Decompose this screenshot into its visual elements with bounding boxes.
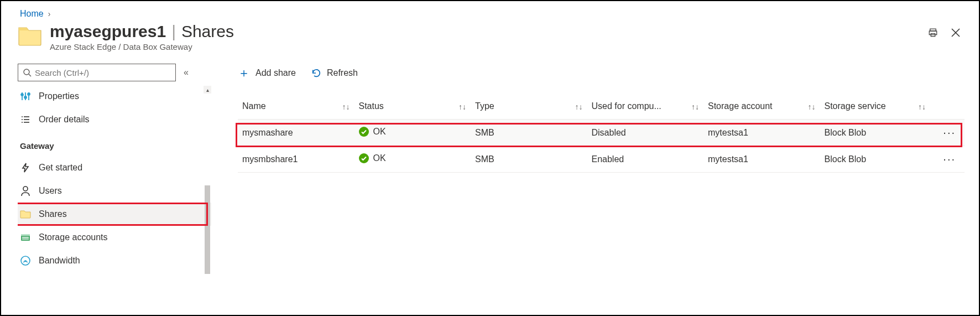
sort-icon: ↑↓ — [691, 102, 699, 111]
cell-used: Enabled — [587, 146, 704, 173]
svg-rect-22 — [22, 237, 29, 238]
page-title-section: Shares — [181, 22, 234, 41]
add-share-button[interactable]: ＋ Add share — [238, 65, 296, 81]
search-input[interactable] — [35, 68, 171, 77]
svg-rect-21 — [21, 234, 30, 236]
breadcrumb-home[interactable]: Home — [20, 9, 44, 19]
sidebar-item-label: Order details — [39, 115, 90, 125]
svg-point-11 — [24, 96, 27, 99]
search-icon — [23, 68, 32, 77]
sort-icon: ↑↓ — [808, 102, 816, 111]
svg-point-25 — [359, 127, 369, 137]
column-header-type[interactable]: Type↑↓ — [471, 95, 587, 120]
toolbar-label: Refresh — [327, 68, 358, 78]
orders-icon — [20, 114, 31, 125]
sidebar-scrollbar[interactable]: ▴▾ — [204, 86, 211, 316]
column-header-storage-service[interactable]: Storage service↑↓ — [820, 95, 930, 120]
sort-icon: ↑↓ — [342, 102, 350, 111]
title-separator: | — [171, 22, 176, 41]
column-header-status[interactable]: Status↑↓ — [355, 95, 471, 120]
sidebar-item-label: Users — [39, 186, 62, 196]
svg-rect-23 — [22, 239, 29, 240]
svg-point-12 — [28, 93, 30, 95]
bandwidth-icon — [20, 255, 31, 266]
sidebar-item-shares[interactable]: Shares — [18, 203, 211, 226]
svg-point-19 — [23, 187, 28, 191]
ok-icon — [359, 127, 369, 137]
storage-icon — [20, 232, 31, 243]
search-input-wrapper[interactable] — [18, 64, 176, 81]
sidebar-item-storage-accounts[interactable]: Storage accounts — [18, 226, 211, 249]
sidebar: « Properties Order details Gateway — [18, 64, 211, 312]
row-more-button[interactable]: ··· — [930, 146, 965, 173]
cell-type: SMB — [471, 146, 587, 173]
cell-status: OK — [355, 146, 471, 173]
column-header-storage-account[interactable]: Storage account↑↓ — [703, 95, 820, 120]
sidebar-item-get-started[interactable]: Get started — [18, 156, 211, 179]
svg-line-6 — [29, 74, 31, 76]
cell-used: Disabled — [587, 120, 704, 146]
sidebar-item-users[interactable]: Users — [18, 179, 211, 203]
svg-point-5 — [24, 69, 29, 75]
cell-service: Block Blob — [820, 146, 930, 173]
sidebar-item-label: Shares — [39, 209, 67, 219]
refresh-button[interactable]: Refresh — [311, 68, 358, 78]
user-icon — [20, 185, 31, 196]
folder-icon — [18, 24, 42, 46]
main-content: ＋ Add share Refresh Name↑↓ Status↑↓ Type… — [211, 64, 970, 312]
page-title-resource: myasegpures1 — [50, 22, 166, 41]
bolt-icon — [20, 162, 31, 173]
page-subtitle: Azure Stack Edge / Data Box Gateway — [50, 42, 928, 51]
refresh-icon — [311, 68, 321, 78]
cell-account: mytestsa1 — [703, 120, 820, 146]
sidebar-item-label: Get started — [39, 163, 82, 173]
print-icon[interactable] — [928, 28, 938, 40]
plus-icon: ＋ — [238, 65, 250, 81]
column-header-name[interactable]: Name↑↓ — [238, 95, 355, 120]
sidebar-item-properties[interactable]: Properties — [18, 85, 211, 108]
table-row[interactable]: mysmashare OK SMB Disabled mytestsa1 Blo… — [238, 120, 965, 146]
ok-icon — [359, 153, 369, 163]
sidebar-section-gateway: Gateway — [18, 131, 211, 156]
sort-icon: ↑↓ — [918, 102, 926, 111]
sidebar-item-label: Storage accounts — [39, 232, 108, 242]
cell-service: Block Blob — [820, 120, 930, 146]
sort-icon: ↑↓ — [575, 102, 583, 111]
column-header-used[interactable]: Used for compu...↑↓ — [587, 95, 704, 120]
sidebar-item-bandwidth[interactable]: Bandwidth — [18, 249, 211, 272]
cell-type: SMB — [471, 120, 587, 146]
sidebar-nav: Properties Order details Gateway Get sta… — [18, 85, 211, 311]
cell-name: mysmashare — [238, 120, 355, 146]
cell-account: mytestsa1 — [703, 146, 820, 173]
collapse-sidebar-icon[interactable]: « — [184, 68, 189, 77]
row-more-button[interactable]: ··· — [930, 120, 965, 146]
table-row[interactable]: mysmbshare1 OK SMB Enabled mytestsa1 Blo… — [238, 146, 965, 173]
sidebar-item-label: Properties — [39, 91, 79, 101]
svg-rect-1 — [929, 31, 937, 35]
close-icon[interactable] — [951, 28, 960, 39]
cell-name: mysmbshare1 — [238, 146, 355, 173]
properties-icon — [20, 91, 31, 102]
folder-icon — [20, 209, 31, 220]
chevron-right-icon: › — [48, 9, 51, 18]
toolbar-label: Add share — [256, 68, 296, 78]
cell-status: OK — [355, 120, 471, 146]
sidebar-item-order-details[interactable]: Order details — [18, 108, 211, 131]
sidebar-item-label: Bandwidth — [39, 256, 80, 266]
sort-icon: ↑↓ — [458, 102, 466, 111]
svg-point-10 — [21, 94, 23, 96]
shares-table: Name↑↓ Status↑↓ Type↑↓ Used for compu...… — [238, 95, 965, 173]
breadcrumb: Home › — [20, 9, 970, 19]
svg-point-26 — [359, 153, 369, 163]
